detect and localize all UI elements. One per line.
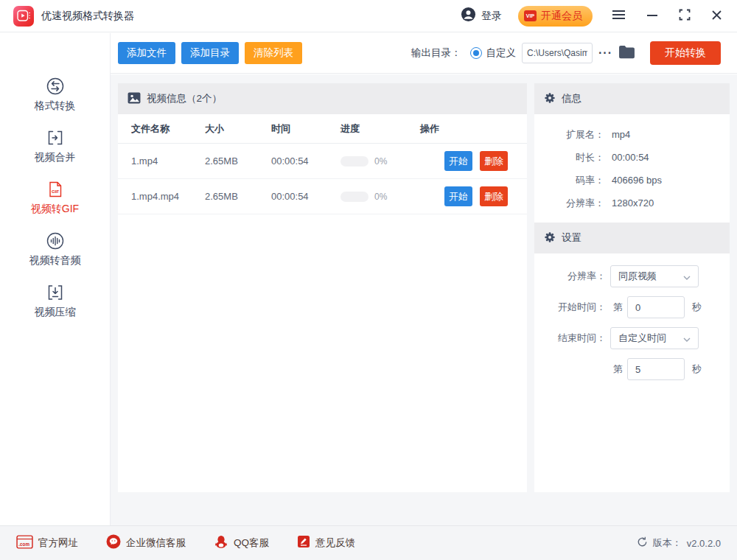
vip-label: 开通会员: [541, 10, 582, 23]
row-start-button[interactable]: 开始: [444, 151, 472, 171]
start-prefix: 第: [613, 301, 623, 314]
maximize-icon: [679, 9, 691, 23]
version-info: 版本： v2.0.2.0: [637, 536, 721, 550]
file-name: 1.mp4: [131, 155, 205, 167]
sidebar-item-label: 视频转GIF: [31, 203, 79, 216]
sidebar-item-format-convert[interactable]: 格式转换: [0, 76, 110, 127]
image-icon: [128, 92, 141, 106]
info-field-label: 分辨率：: [534, 197, 604, 210]
website-icon: .com: [16, 535, 33, 552]
sidebar-item-video-to-audio[interactable]: 视频转音频: [0, 231, 110, 282]
progress-bar: [340, 192, 368, 202]
menu-button[interactable]: [610, 8, 627, 24]
gif-file-icon: GIF: [46, 179, 65, 200]
start-time-label: 开始时间：: [534, 301, 606, 314]
video-info-header: 视频信息（2个）: [118, 83, 527, 114]
file-time: 00:00:54: [271, 155, 340, 167]
browse-more-button[interactable]: ···: [598, 46, 612, 60]
wechat-support-link[interactable]: 企业微信客服: [106, 534, 186, 552]
video-info-title: 视频信息（2个）: [147, 92, 222, 105]
info-field-value: 406696 bps: [612, 175, 662, 186]
custom-dir-label: 自定义: [486, 46, 517, 60]
info-field-label: 时长：: [534, 151, 604, 164]
svg-text:GIF: GIF: [52, 189, 60, 194]
titlebar: 优速视频格式转换器 登录 VIP 开通会员: [0, 0, 737, 32]
file-size: 2.65MB: [205, 191, 271, 202]
clear-list-button[interactable]: 清除列表: [245, 42, 302, 64]
end-prefix: 第: [613, 363, 623, 376]
open-folder-button[interactable]: [618, 45, 635, 61]
main-area: 视频信息（2个） 文件名称 大小 时间 进度 操作 1.mp4 2.65MB 0…: [111, 74, 737, 525]
info-field-label: 扩展名：: [534, 128, 604, 141]
video-merge-icon: [46, 127, 65, 148]
footer-link-label: 企业微信客服: [126, 536, 186, 550]
start-suffix: 秒: [692, 301, 702, 314]
info-field-value: mp4: [612, 129, 630, 140]
table-row: 1.mp4.mp4 2.65MB 00:00:54 0% 开始 删除: [118, 179, 527, 214]
info-fields: 扩展名： mp4 时长： 00:00:54 码率： 406696 bps 分辨率…: [534, 114, 730, 214]
add-directory-button[interactable]: 添加目录: [181, 42, 239, 64]
col-time: 时间: [271, 122, 340, 136]
update-refresh-icon: [637, 536, 648, 550]
progress-bar: [340, 156, 368, 167]
video-to-audio-icon: [46, 231, 65, 251]
sidebar-item-label: 视频合并: [35, 151, 76, 164]
svg-text:.com: .com: [18, 541, 29, 546]
sidebar-item-video-to-gif[interactable]: GIF 视频转GIF: [0, 179, 110, 231]
chevron-down-icon: [683, 271, 691, 282]
end-time-mode-select[interactable]: 自定义时间: [610, 327, 699, 349]
info-header: 信息: [534, 83, 730, 114]
info-field-value: 00:00:54: [612, 152, 649, 163]
user-icon: [461, 7, 476, 25]
login-button[interactable]: 登录: [461, 7, 502, 25]
app-logo-icon: [13, 6, 34, 27]
row-delete-button[interactable]: 删除: [480, 186, 508, 206]
output-path-input[interactable]: [522, 43, 593, 63]
app-title: 优速视频格式转换器: [41, 10, 134, 23]
col-filename: 文件名称: [131, 122, 205, 136]
footer-link-label: 意见反馈: [315, 536, 355, 550]
sidebar-item-video-compress[interactable]: 视频压缩: [0, 282, 110, 334]
footer-link-label: 官方网址: [38, 536, 78, 550]
end-suffix: 秒: [692, 363, 702, 376]
row-delete-button[interactable]: 删除: [480, 151, 508, 171]
open-vip-button[interactable]: VIP 开通会员: [518, 6, 593, 27]
col-size: 大小: [205, 122, 271, 136]
sidebar-item-video-merge[interactable]: 视频合并: [0, 127, 110, 179]
version-label: 版本：: [653, 536, 682, 550]
maximize-button[interactable]: [677, 7, 692, 24]
video-info-panel: 视频信息（2个） 文件名称 大小 时间 进度 操作 1.mp4 2.65MB 0…: [118, 83, 527, 492]
end-time-input[interactable]: [627, 358, 685, 380]
footer-link-label: QQ客服: [234, 536, 269, 550]
start-convert-button[interactable]: 开始转换: [650, 41, 721, 65]
table-header: 文件名称 大小 时间 进度 操作: [118, 114, 527, 144]
qq-icon: [214, 534, 228, 552]
file-time: 00:00:54: [271, 191, 340, 202]
toolbar: 添加文件 添加目录 清除列表 输出目录： 自定义 ··· 开始转换: [111, 33, 737, 74]
app-window: 优速视频格式转换器 登录 VIP 开通会员: [0, 0, 737, 560]
resolution-select[interactable]: 同原视频: [610, 265, 699, 287]
add-file-button[interactable]: 添加文件: [118, 42, 175, 64]
settings-header: 设置: [534, 223, 730, 253]
custom-dir-radio[interactable]: [470, 47, 482, 59]
resolution-value: 同原视频: [618, 270, 683, 283]
col-action: 操作: [420, 122, 527, 136]
feedback-link[interactable]: 意见反馈: [297, 535, 355, 551]
file-name: 1.mp4.mp4: [131, 191, 205, 202]
folder-icon: [618, 45, 635, 61]
settings-title: 设置: [562, 231, 581, 245]
chevron-down-icon: [683, 333, 691, 344]
minimize-button[interactable]: [645, 8, 660, 24]
wechat-icon: [106, 534, 121, 552]
qq-support-link[interactable]: QQ客服: [214, 534, 269, 552]
close-button[interactable]: [710, 8, 724, 24]
login-label: 登录: [481, 10, 502, 23]
info-title: 信息: [562, 92, 581, 105]
progress-percent: 0%: [374, 156, 387, 167]
start-time-input[interactable]: [627, 296, 685, 318]
official-website-link[interactable]: .com 官方网址: [16, 535, 78, 552]
table-row: 1.mp4 2.65MB 00:00:54 0% 开始 删除: [118, 144, 527, 179]
row-start-button[interactable]: 开始: [444, 186, 472, 206]
file-size: 2.65MB: [205, 155, 271, 167]
version-value: v2.0.2.0: [687, 538, 721, 549]
